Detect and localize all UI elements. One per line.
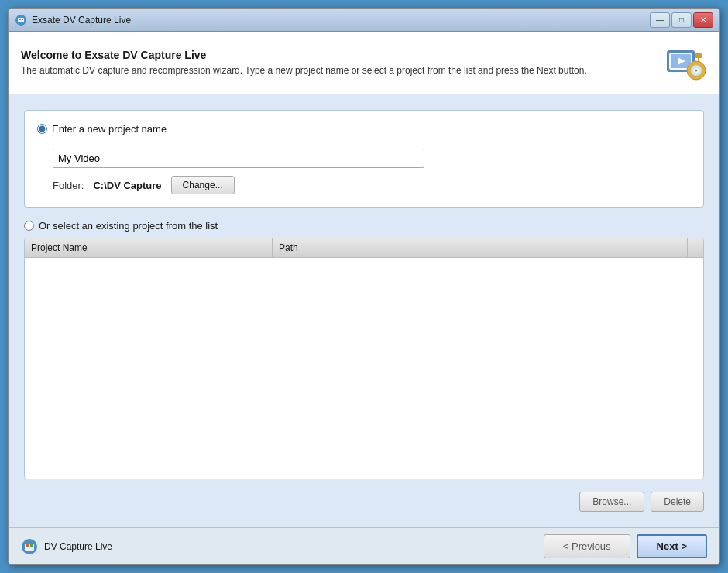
svg-point-14 <box>695 70 698 72</box>
existing-project-radio-label[interactable]: Or select an existing project from the l… <box>24 220 704 232</box>
header-title: Welcome to Exsate DV Capture Live <box>21 49 664 61</box>
svg-rect-3 <box>22 19 23 20</box>
header-description: The automatic DV capture and recompressi… <box>21 64 664 77</box>
header-banner: Welcome to Exsate DV Capture Live The au… <box>9 32 719 94</box>
footer-app-label: DV Capture Live <box>44 541 112 552</box>
minimize-button[interactable]: — <box>650 12 670 28</box>
maximize-button[interactable]: □ <box>671 12 692 28</box>
header-text: Welcome to Exsate DV Capture Live The au… <box>21 49 664 77</box>
main-content: Enter a new project name Folder: C:\DV C… <box>9 94 719 527</box>
main-window: Exsate DV Capture Live — □ ✕ Welcome to … <box>8 8 720 565</box>
change-button[interactable]: Change... <box>171 176 235 194</box>
project-name-section: Folder: C:\DV Capture Change... <box>53 149 706 194</box>
title-bar-controls: — □ ✕ <box>650 12 713 28</box>
delete-button[interactable]: Delete <box>651 492 704 512</box>
capture-icon <box>665 43 706 83</box>
new-project-panel: Enter a new project name Folder: C:\DV C… <box>24 110 704 208</box>
new-project-radio-group: Enter a new project name Folder: C:\DV C… <box>37 123 691 194</box>
window-title: Exsate DV Capture Live <box>32 15 131 26</box>
list-actions: Browse... Delete <box>24 486 704 512</box>
footer: DV Capture Live < Previous Next > <box>9 527 719 564</box>
footer-nav-buttons: < Previous Next > <box>544 534 707 558</box>
footer-app-icon <box>21 538 38 555</box>
new-project-radio-label[interactable]: Enter a new project name <box>37 123 691 135</box>
previous-button[interactable]: < Previous <box>544 534 630 558</box>
folder-row: Folder: C:\DV Capture Change... <box>53 176 706 194</box>
project-list: Project Name Path <box>24 238 704 479</box>
list-body[interactable] <box>25 258 703 479</box>
list-header: Project Name Path <box>25 238 703 258</box>
title-bar: Exsate DV Capture Live — □ ✕ <box>9 9 719 32</box>
browse-button[interactable]: Browse... <box>579 492 644 512</box>
next-button[interactable]: Next > <box>637 534 707 558</box>
footer-left: DV Capture Live <box>21 538 112 555</box>
app-icon-small <box>15 14 27 26</box>
existing-project-section: Or select an existing project from the l… <box>24 220 704 512</box>
col-spacer <box>688 238 703 257</box>
folder-label: Folder: <box>53 180 84 191</box>
col-project-name: Project Name <box>25 238 273 257</box>
col-path: Path <box>273 238 688 257</box>
title-bar-left: Exsate DV Capture Live <box>15 14 131 26</box>
svg-rect-17 <box>26 544 29 547</box>
header-icon <box>664 41 707 84</box>
svg-rect-2 <box>19 19 21 20</box>
new-project-radio[interactable] <box>37 124 47 134</box>
existing-project-radio[interactable] <box>24 221 34 231</box>
svg-rect-18 <box>30 544 33 547</box>
close-button[interactable]: ✕ <box>693 12 713 28</box>
folder-path: C:\DV Capture <box>93 180 161 191</box>
project-name-input[interactable] <box>53 149 424 168</box>
